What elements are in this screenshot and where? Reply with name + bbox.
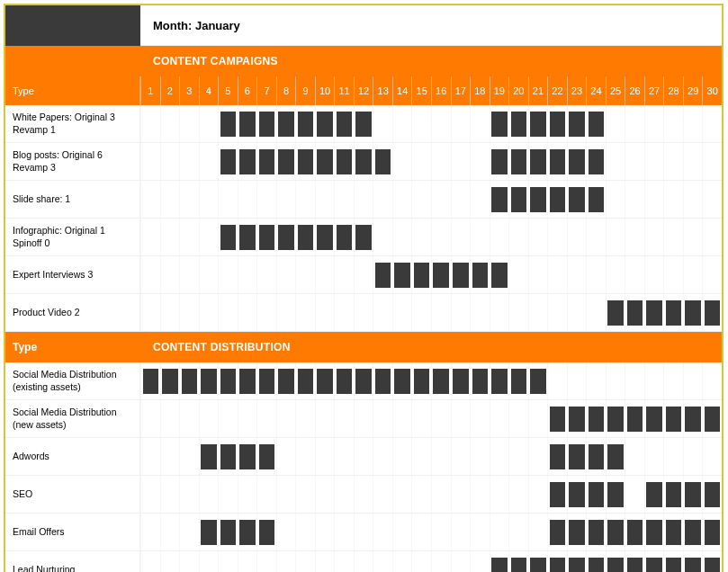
day-header-cell: 25	[606, 76, 625, 105]
day-cell	[702, 294, 722, 331]
day-cell	[392, 514, 412, 550]
day-cell	[160, 105, 180, 142]
active-block	[355, 149, 372, 174]
day-cell	[508, 551, 528, 572]
day-cell	[625, 219, 644, 255]
day-cell	[140, 143, 160, 180]
day-header-cell: 30	[702, 76, 722, 105]
day-cell	[179, 514, 199, 550]
active-block	[511, 558, 527, 573]
day-cell	[256, 551, 276, 572]
day-cell	[451, 476, 471, 513]
day-cell	[238, 256, 257, 293]
day-cell	[606, 105, 625, 142]
day-cell	[567, 476, 587, 513]
active-block	[666, 520, 682, 545]
day-cell	[431, 551, 451, 572]
day-cell	[411, 362, 431, 399]
day-cell	[238, 362, 257, 399]
day-cell	[431, 219, 451, 255]
active-block	[278, 149, 294, 174]
active-block	[337, 369, 353, 394]
corner-block	[5, 5, 140, 46]
day-cell	[140, 105, 160, 142]
day-cell	[644, 476, 664, 513]
active-block	[685, 407, 701, 432]
active-block	[569, 520, 585, 545]
top-row: Month: January	[5, 5, 722, 46]
day-cell	[276, 256, 296, 293]
day-cell	[238, 143, 257, 180]
day-cell	[179, 105, 199, 142]
active-block	[220, 369, 237, 394]
active-block	[201, 369, 217, 394]
day-cell	[315, 438, 335, 475]
day-cell	[238, 551, 257, 572]
day-cell	[683, 294, 703, 331]
day-cell	[490, 256, 509, 293]
day-cell	[644, 514, 664, 550]
active-block	[259, 444, 275, 469]
active-block	[627, 520, 643, 545]
day-cell	[295, 514, 315, 550]
day-cell	[663, 438, 683, 475]
row-label: Lead Nurturing	[5, 551, 140, 572]
calendar-gantt: Month: January CONTENT CAMPAIGNSType1234…	[4, 4, 724, 572]
day-cell	[295, 438, 315, 475]
active-block	[550, 407, 566, 432]
day-cell	[528, 219, 548, 255]
day-cell	[528, 438, 548, 475]
day-cell	[702, 362, 722, 399]
active-block	[414, 263, 430, 288]
day-cell	[199, 438, 219, 475]
day-cell	[683, 476, 703, 513]
active-block	[239, 369, 256, 394]
active-block	[278, 369, 294, 394]
day-cell	[547, 105, 567, 142]
day-cell	[140, 219, 160, 255]
day-cell	[199, 105, 219, 142]
day-cell	[683, 551, 703, 572]
day-cell	[411, 476, 431, 513]
day-cell	[218, 551, 238, 572]
day-cell	[218, 219, 238, 255]
day-cell	[625, 400, 644, 437]
active-block	[607, 520, 624, 545]
day-cell	[140, 294, 160, 331]
section-title-row: CONTENT CAMPAIGNS	[5, 46, 722, 76]
day-cell	[392, 143, 412, 180]
table-row: White Papers: Original 3 Revamp 1	[5, 105, 722, 143]
active-block	[607, 407, 624, 432]
day-cell	[411, 256, 431, 293]
row-label: Slide share: 1	[5, 181, 140, 218]
day-cell	[315, 400, 335, 437]
day-cell	[644, 400, 664, 437]
day-cell	[683, 181, 703, 218]
day-cell	[411, 219, 431, 255]
day-cell	[490, 181, 509, 218]
day-cell	[373, 181, 392, 218]
day-cell	[238, 476, 257, 513]
day-cell	[315, 256, 335, 293]
day-cell	[431, 476, 451, 513]
day-cell	[567, 514, 587, 550]
day-cell	[295, 181, 315, 218]
day-cell	[315, 551, 335, 572]
active-block	[317, 369, 333, 394]
active-block	[511, 149, 527, 174]
day-cell	[256, 219, 276, 255]
day-cell	[625, 181, 644, 218]
day-cell	[490, 105, 509, 142]
day-cell	[160, 438, 180, 475]
active-block	[394, 263, 410, 288]
day-cell	[470, 476, 490, 513]
day-cell	[586, 219, 606, 255]
active-block	[705, 482, 721, 507]
active-block	[627, 407, 643, 432]
day-cell	[663, 362, 683, 399]
row-label: White Papers: Original 3 Revamp 1	[5, 105, 140, 142]
day-cell	[373, 256, 392, 293]
active-block	[375, 149, 391, 174]
day-cell	[392, 181, 412, 218]
day-cell	[508, 219, 528, 255]
